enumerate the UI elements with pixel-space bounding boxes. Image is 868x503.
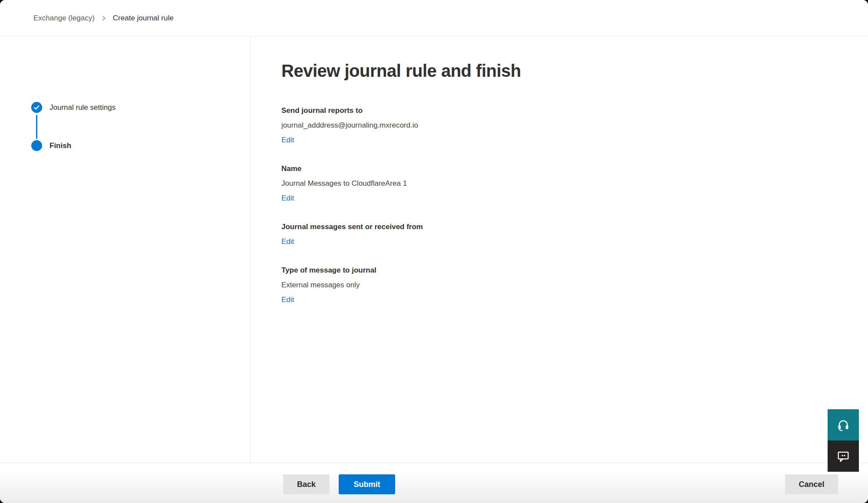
breadcrumb: Exchange (legacy) Create journal rule bbox=[33, 14, 174, 23]
section-label: Send journal reports to bbox=[281, 103, 868, 118]
section-label: Name bbox=[281, 161, 868, 176]
section-label: Type of message to journal bbox=[281, 263, 868, 278]
wizard-steps-sidebar: Journal rule settings Finish bbox=[0, 37, 251, 463]
help-button[interactable] bbox=[828, 409, 859, 441]
edit-link-name[interactable]: Edit bbox=[281, 191, 294, 206]
section-value: Journal Messages to CloudflareArea 1 bbox=[281, 176, 868, 191]
edit-link-send-journal-reports-to[interactable]: Edit bbox=[281, 133, 294, 148]
chevron-right-icon bbox=[101, 15, 107, 21]
step-connector-line bbox=[36, 115, 37, 139]
feedback-button[interactable] bbox=[828, 441, 859, 472]
breadcrumb-create-journal-rule: Create journal rule bbox=[113, 14, 174, 23]
page-title: Review journal rule and finish bbox=[281, 60, 868, 82]
section-value: journal_adddress@journaling.mxrecord.io bbox=[281, 118, 868, 133]
header: Exchange (legacy) Create journal rule bbox=[0, 0, 868, 36]
breadcrumb-exchange-legacy[interactable]: Exchange (legacy) bbox=[33, 14, 95, 23]
step-finish[interactable]: Finish bbox=[31, 140, 71, 151]
back-button[interactable]: Back bbox=[283, 474, 330, 494]
section-label: Journal messages sent or received from bbox=[281, 220, 868, 234]
step-label: Finish bbox=[50, 140, 71, 151]
check-circle-icon bbox=[31, 102, 42, 113]
create-journal-rule-window: Exchange (legacy) Create journal rule Jo… bbox=[0, 0, 868, 503]
review-pane: Review journal rule and finish Send jour… bbox=[281, 37, 868, 463]
edit-link-journal-messages-sent-or-received-from[interactable]: Edit bbox=[281, 234, 294, 249]
section-journal-messages-sent-or-received-from: Journal messages sent or received from E… bbox=[281, 220, 868, 249]
chat-bubble-icon bbox=[836, 449, 850, 463]
footer-bar: Back Submit Cancel bbox=[0, 463, 868, 503]
headset-icon bbox=[837, 418, 850, 431]
section-value: External messages only bbox=[281, 278, 868, 293]
review-sections: Send journal reports to journal_adddress… bbox=[281, 103, 868, 307]
step-journal-rule-settings[interactable]: Journal rule settings bbox=[31, 102, 116, 113]
edit-link-type-of-message-to-journal[interactable]: Edit bbox=[281, 293, 294, 307]
help-panel bbox=[828, 409, 859, 472]
section-type-of-message-to-journal: Type of message to journal External mess… bbox=[281, 263, 868, 307]
submit-button[interactable]: Submit bbox=[339, 474, 395, 494]
filled-circle-icon bbox=[31, 140, 42, 151]
section-send-journal-reports-to: Send journal reports to journal_adddress… bbox=[281, 103, 868, 148]
section-name: Name Journal Messages to CloudflareArea … bbox=[281, 161, 868, 206]
step-label: Journal rule settings bbox=[50, 102, 116, 113]
cancel-button[interactable]: Cancel bbox=[785, 474, 838, 494]
